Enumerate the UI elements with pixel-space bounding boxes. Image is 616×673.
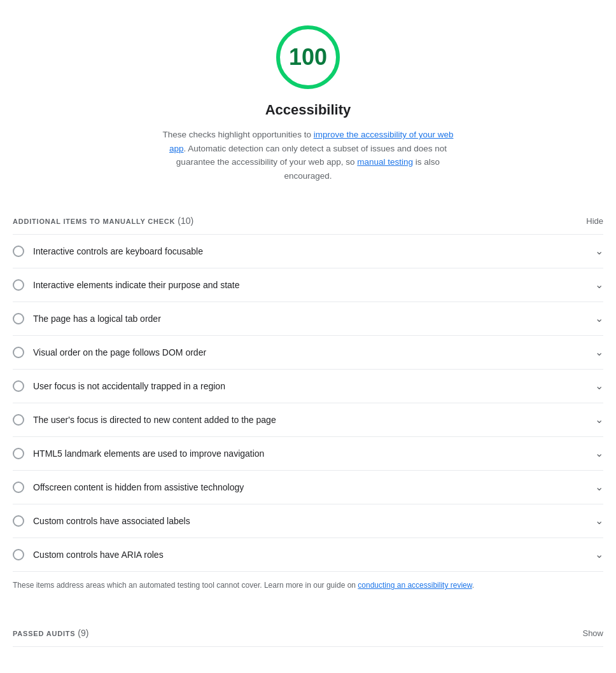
- manual-section-count: (10): [178, 216, 193, 226]
- audit-item-5[interactable]: User focus is not accidentally trapped i…: [13, 370, 603, 403]
- audit-circle-10: [13, 549, 24, 560]
- audit-label-4: Visual order on the page follows DOM ord…: [33, 346, 206, 359]
- chevron-down-icon-6: ⌄: [595, 412, 603, 427]
- chevron-down-icon-9: ⌄: [595, 513, 603, 529]
- audit-label-6: The user's focus is directed to new cont…: [33, 413, 276, 427]
- manual-section-title-group: ADDITIONAL ITEMS TO MANUALLY CHECK (10): [13, 214, 193, 228]
- chevron-down-icon-5: ⌄: [595, 378, 603, 394]
- page-title: Accessibility: [265, 99, 351, 120]
- audit-circle-1: [13, 246, 24, 257]
- chevron-down-icon-7: ⌄: [595, 446, 603, 461]
- audit-item-2[interactable]: Interactive elements indicate their purp…: [13, 268, 603, 302]
- audit-item-9[interactable]: Custom controls have associated labels ⌄: [13, 504, 603, 538]
- passed-section-count: (9): [78, 628, 88, 638]
- chevron-down-icon-4: ⌄: [595, 345, 603, 360]
- audit-item-7[interactable]: HTML5 landmark elements are used to impr…: [13, 437, 603, 471]
- manual-footer-note: These items address areas which an autom…: [13, 572, 603, 599]
- score-section: 100 Accessibility These checks highlight…: [13, 25, 603, 183]
- footer-suffix: .: [472, 581, 474, 590]
- audit-label-3: The page has a logical tab order: [33, 312, 161, 326]
- audit-label-10: Custom controls have ARIA roles: [33, 548, 164, 562]
- not-applicable-header: NOT APPLICABLE (52) Show: [13, 667, 603, 673]
- passed-audits-section: PASSED AUDITS (9) Show: [13, 620, 603, 647]
- audit-item-3[interactable]: The page has a logical tab order ⌄: [13, 302, 603, 336]
- accessibility-review-link[interactable]: conducting an accessibility review: [358, 581, 472, 590]
- audit-item-10[interactable]: Custom controls have ARIA roles ⌄: [13, 538, 603, 572]
- passed-section-toggle[interactable]: Show: [582, 628, 603, 638]
- audit-circle-6: [13, 414, 24, 426]
- audit-list: Interactive controls are keyboard focusa…: [13, 235, 603, 572]
- chevron-down-icon-8: ⌄: [595, 480, 603, 495]
- audit-label-5: User focus is not accidentally trapped i…: [33, 380, 225, 393]
- audit-circle-7: [13, 448, 24, 459]
- chevron-down-icon-3: ⌄: [595, 311, 603, 326]
- passed-section-title-group: PASSED AUDITS (9): [13, 627, 88, 640]
- audit-circle-5: [13, 380, 24, 392]
- footer-prefix: These items address areas which an autom…: [13, 581, 358, 590]
- not-applicable-section: NOT APPLICABLE (52) Show: [13, 667, 603, 673]
- score-circle: 100: [276, 25, 340, 89]
- chevron-down-icon-10: ⌄: [595, 547, 603, 562]
- manual-check-section: ADDITIONAL ITEMS TO MANUALLY CHECK (10) …: [13, 208, 603, 599]
- score-value: 100: [289, 40, 327, 74]
- audit-label-1: Interactive controls are keyboard focusa…: [33, 245, 203, 258]
- audit-item-4[interactable]: Visual order on the page follows DOM ord…: [13, 336, 603, 370]
- audit-item-6[interactable]: The user's focus is directed to new cont…: [13, 403, 603, 437]
- manual-section-title: ADDITIONAL ITEMS TO MANUALLY CHECK: [13, 218, 175, 225]
- audit-circle-3: [13, 313, 24, 324]
- manual-testing-link[interactable]: manual testing: [357, 157, 413, 167]
- chevron-down-icon-2: ⌄: [595, 277, 603, 293]
- audit-item-1[interactable]: Interactive controls are keyboard focusa…: [13, 235, 603, 268]
- audit-label-2: Interactive elements indicate their purp…: [33, 279, 240, 292]
- audit-circle-4: [13, 347, 24, 358]
- manual-section-toggle[interactable]: Hide: [586, 216, 603, 226]
- passed-section-header: PASSED AUDITS (9) Show: [13, 620, 603, 647]
- manual-section-header: ADDITIONAL ITEMS TO MANUALLY CHECK (10) …: [13, 208, 603, 235]
- audit-circle-2: [13, 279, 24, 291]
- description-prefix: These checks highlight opportunities to: [163, 130, 314, 139]
- audit-item-8[interactable]: Offscreen content is hidden from assisti…: [13, 471, 603, 504]
- audit-label-8: Offscreen content is hidden from assisti…: [33, 481, 244, 494]
- chevron-down-icon-1: ⌄: [595, 244, 603, 259]
- audit-label-9: Custom controls have associated labels: [33, 515, 190, 528]
- audit-circle-8: [13, 482, 24, 493]
- audit-label-7: HTML5 landmark elements are used to impr…: [33, 447, 264, 461]
- passed-section-title: PASSED AUDITS: [13, 630, 75, 637]
- audit-circle-9: [13, 515, 24, 527]
- score-description: These checks highlight opportunities to …: [162, 128, 454, 183]
